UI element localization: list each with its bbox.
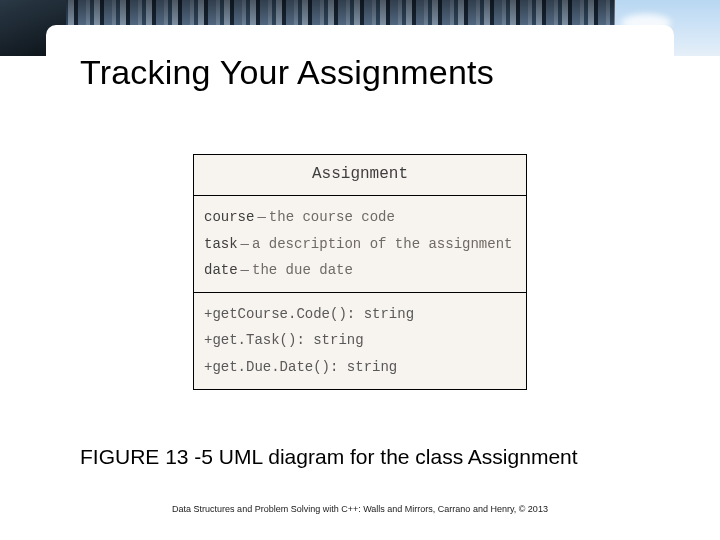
uml-attributes-compartment: course—the course code task—a descriptio… [194, 195, 526, 292]
uml-attribute-name: date [204, 262, 238, 278]
uml-attribute-name: task [204, 236, 238, 252]
uml-class-name: Assignment [194, 155, 526, 195]
uml-class-box: Assignment course—the course code task—a… [193, 154, 527, 390]
uml-attribute-desc: the course code [269, 209, 395, 225]
uml-diagram-container: Assignment course—the course code task—a… [46, 154, 674, 390]
footer-credit: Data Structures and Problem Solving with… [46, 504, 674, 514]
em-dash: — [238, 236, 252, 252]
uml-attribute-row: course—the course code [204, 204, 516, 231]
slide-title: Tracking Your Assignments [80, 53, 674, 92]
slide-content-card: Tracking Your Assignments Assignment cou… [46, 25, 674, 540]
uml-operation-row: +getCourse.Code(): string [204, 301, 516, 328]
figure-caption: FIGURE 13 -5 UML diagram for the class A… [46, 445, 674, 469]
em-dash: — [238, 262, 252, 278]
uml-operation-row: +get.Task(): string [204, 327, 516, 354]
uml-operation-row: +get.Due.Date(): string [204, 354, 516, 381]
uml-attribute-name: course [204, 209, 254, 225]
uml-attribute-row: task—a description of the assignment [204, 231, 516, 258]
uml-operations-compartment: +getCourse.Code(): string +get.Task(): s… [194, 292, 526, 389]
uml-attribute-desc: a description of the assignment [252, 236, 512, 252]
em-dash: — [254, 209, 268, 225]
uml-attribute-desc: the due date [252, 262, 353, 278]
uml-attribute-row: date—the due date [204, 257, 516, 284]
